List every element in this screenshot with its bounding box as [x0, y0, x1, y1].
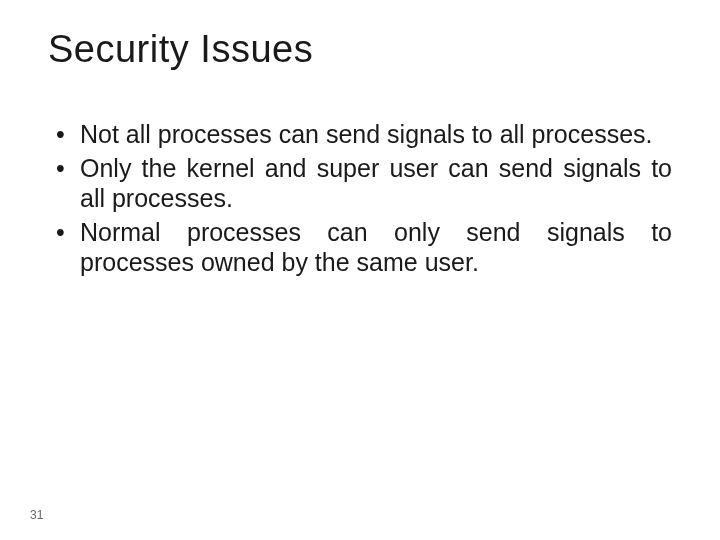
bullet-list: Not all processes can send signals to al… [48, 119, 672, 277]
slide-title: Security Issues [48, 28, 672, 71]
bullet-item: Normal processes can only send signals t… [56, 217, 672, 277]
bullet-item: Only the kernel and super user can send … [56, 153, 672, 213]
bullet-item: Not all processes can send signals to al… [56, 119, 672, 149]
page-number: 31 [30, 508, 43, 522]
